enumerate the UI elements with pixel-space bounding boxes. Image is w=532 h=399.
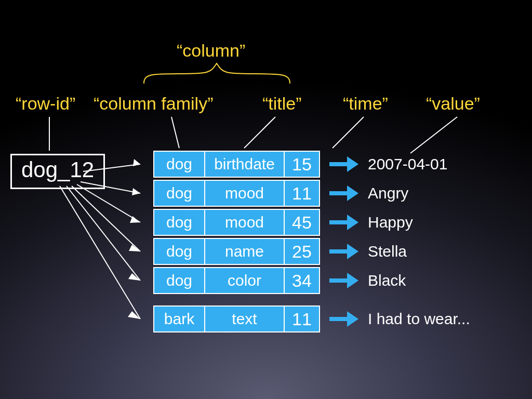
cell-time: 45: [284, 209, 320, 236]
table-row: bark text 11 I had to wear...: [153, 305, 470, 332]
svg-rect-21: [329, 220, 347, 224]
label-column-family: “column family”: [94, 94, 213, 114]
cell-title: birthdate: [204, 151, 285, 178]
svg-marker-8: [132, 188, 140, 195]
svg-marker-28: [347, 311, 358, 327]
svg-line-15: [60, 186, 140, 319]
label-row-id: “row-id”: [16, 94, 75, 114]
svg-rect-25: [329, 278, 347, 283]
cell-column-family: dog: [153, 180, 205, 207]
svg-marker-24: [347, 244, 358, 259]
svg-line-1: [171, 117, 179, 148]
svg-line-9: [77, 184, 140, 222]
cell-column-family: dog: [153, 151, 205, 178]
svg-line-11: [72, 186, 140, 251]
diagram: “column” “row-id” “column family” “title…: [0, 0, 532, 399]
table-row: dog mood 45 Happy: [153, 209, 470, 236]
cell-value: Angry: [368, 184, 408, 202]
cell-time: 15: [284, 151, 320, 178]
svg-line-3: [332, 117, 364, 148]
cell-column-family: dog: [153, 209, 205, 236]
cell-column-family: dog: [153, 238, 205, 265]
svg-rect-17: [329, 162, 347, 166]
table-row: dog mood 11 Angry: [153, 180, 470, 207]
svg-marker-20: [347, 185, 358, 201]
table-row: dog name 25 Stella: [153, 238, 470, 265]
svg-marker-6: [133, 159, 140, 166]
svg-rect-23: [329, 249, 347, 254]
svg-marker-16: [128, 311, 140, 319]
cell-value: Stella: [368, 243, 407, 260]
label-time: “time”: [343, 94, 388, 114]
cell-column-family: dog: [153, 267, 205, 294]
svg-marker-14: [128, 273, 140, 281]
label-column: “column”: [177, 41, 245, 61]
arrow-right-icon: [329, 185, 358, 201]
label-title: “title”: [262, 94, 302, 114]
svg-line-2: [244, 117, 275, 148]
svg-marker-22: [347, 215, 358, 230]
table-row: dog color 34 Black: [153, 267, 470, 294]
cell-time: 34: [284, 267, 320, 294]
arrow-right-icon: [329, 244, 358, 259]
rows-container: dog birthdate 15 2007-04-01 dog mood 11 …: [153, 151, 470, 335]
arrow-right-icon: [329, 215, 358, 230]
cell-time: 11: [284, 305, 320, 332]
label-value: “value”: [426, 94, 480, 114]
table-row: dog birthdate 15 2007-04-01: [153, 151, 470, 178]
arrow-right-icon: [329, 273, 358, 288]
svg-marker-12: [129, 245, 140, 251]
row-id-box: dog_12: [10, 154, 105, 189]
cell-value: 2007-04-01: [368, 155, 447, 173]
cell-title: mood: [204, 209, 285, 236]
cell-value: Black: [368, 272, 406, 289]
cell-title: color: [204, 267, 285, 294]
curly-brace-icon: [143, 61, 291, 84]
cell-value: Happy: [368, 214, 413, 231]
row-id-value: dog_12: [21, 157, 94, 182]
svg-marker-18: [347, 156, 358, 172]
arrow-right-icon: [329, 156, 358, 172]
cell-column-family: bark: [153, 305, 205, 332]
svg-line-13: [66, 186, 140, 281]
cell-value: I had to wear...: [368, 310, 470, 328]
cell-time: 25: [284, 238, 320, 265]
svg-marker-26: [347, 273, 358, 288]
cell-title: text: [204, 305, 285, 332]
cell-time: 11: [284, 180, 320, 207]
cell-title: name: [204, 238, 285, 265]
svg-line-4: [410, 117, 457, 153]
svg-rect-19: [329, 191, 347, 195]
svg-rect-27: [329, 317, 347, 321]
cell-title: mood: [204, 180, 285, 207]
arrow-right-icon: [329, 311, 358, 327]
svg-marker-10: [130, 216, 140, 223]
